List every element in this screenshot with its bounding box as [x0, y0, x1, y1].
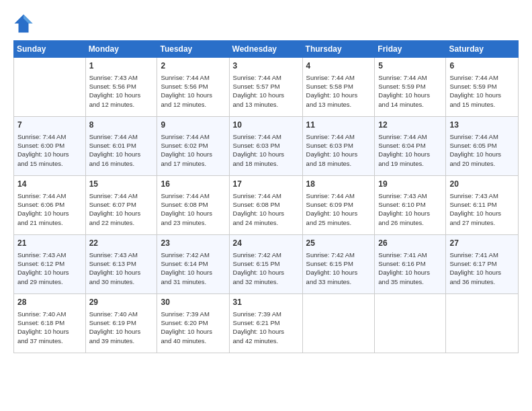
weekday-header-row: SundayMondayTuesdayWednesdayThursdayFrid… [14, 41, 519, 58]
day-number: 13 [449, 120, 515, 131]
weekday-header-monday: Monday [85, 41, 157, 58]
day-number: 22 [89, 238, 154, 249]
day-detail: Sunrise: 7:44 AM Sunset: 6:03 PM Dayligh… [306, 132, 371, 168]
calendar-cell: 4Sunrise: 7:44 AM Sunset: 5:58 PM Daylig… [302, 58, 375, 117]
weekday-header-thursday: Thursday [302, 41, 375, 58]
calendar-cell: 15Sunrise: 7:44 AM Sunset: 6:07 PM Dayli… [85, 176, 157, 235]
calendar-cell: 3Sunrise: 7:44 AM Sunset: 5:57 PM Daylig… [229, 58, 302, 117]
day-detail: Sunrise: 7:44 AM Sunset: 6:08 PM Dayligh… [233, 191, 299, 227]
day-detail: Sunrise: 7:44 AM Sunset: 6:00 PM Dayligh… [17, 132, 82, 168]
calendar-cell [375, 294, 446, 353]
day-number: 25 [306, 238, 371, 249]
day-detail: Sunrise: 7:40 AM Sunset: 6:19 PM Dayligh… [89, 310, 154, 345]
day-detail: Sunrise: 7:43 AM Sunset: 6:11 PM Dayligh… [449, 191, 515, 227]
day-detail: Sunrise: 7:42 AM Sunset: 6:15 PM Dayligh… [306, 250, 371, 286]
day-detail: Sunrise: 7:43 AM Sunset: 5:56 PM Dayligh… [89, 73, 154, 109]
calendar-cell: 13Sunrise: 7:44 AM Sunset: 6:05 PM Dayli… [446, 117, 519, 176]
week-row-4: 21Sunrise: 7:43 AM Sunset: 6:12 PM Dayli… [14, 235, 519, 294]
calendar-cell: 1Sunrise: 7:43 AM Sunset: 5:56 PM Daylig… [85, 58, 157, 117]
day-number: 11 [306, 120, 371, 131]
day-number: 15 [89, 179, 154, 190]
day-detail: Sunrise: 7:44 AM Sunset: 5:56 PM Dayligh… [161, 73, 225, 109]
day-number: 29 [89, 297, 154, 308]
calendar-cell: 20Sunrise: 7:43 AM Sunset: 6:11 PM Dayli… [446, 176, 519, 235]
weekday-header-saturday: Saturday [446, 41, 519, 58]
header [13, 11, 519, 34]
weekday-header-friday: Friday [375, 41, 446, 58]
calendar-cell: 6Sunrise: 7:44 AM Sunset: 5:59 PM Daylig… [446, 58, 519, 117]
calendar-cell: 5Sunrise: 7:44 AM Sunset: 5:59 PM Daylig… [375, 58, 446, 117]
day-number: 14 [17, 179, 82, 190]
calendar-cell: 24Sunrise: 7:42 AM Sunset: 6:15 PM Dayli… [229, 235, 302, 294]
day-number: 6 [449, 60, 515, 72]
calendar-table: SundayMondayTuesdayWednesdayThursdayFrid… [13, 40, 519, 353]
day-number: 3 [233, 60, 299, 72]
day-detail: Sunrise: 7:44 AM Sunset: 5:58 PM Dayligh… [306, 73, 371, 109]
day-number: 17 [233, 179, 299, 190]
day-number: 12 [378, 120, 442, 131]
calendar-cell: 29Sunrise: 7:40 AM Sunset: 6:19 PM Dayli… [85, 294, 157, 353]
day-detail: Sunrise: 7:44 AM Sunset: 6:02 PM Dayligh… [161, 132, 225, 168]
calendar-cell: 7Sunrise: 7:44 AM Sunset: 6:00 PM Daylig… [14, 117, 86, 176]
day-number: 1 [89, 60, 154, 72]
day-detail: Sunrise: 7:43 AM Sunset: 6:12 PM Dayligh… [17, 250, 82, 286]
calendar-cell: 22Sunrise: 7:43 AM Sunset: 6:13 PM Dayli… [85, 235, 157, 294]
day-number: 23 [161, 238, 225, 249]
week-row-3: 14Sunrise: 7:44 AM Sunset: 6:06 PM Dayli… [14, 176, 519, 235]
day-detail: Sunrise: 7:41 AM Sunset: 6:17 PM Dayligh… [449, 250, 515, 286]
day-detail: Sunrise: 7:44 AM Sunset: 6:06 PM Dayligh… [17, 191, 82, 227]
calendar-cell: 12Sunrise: 7:44 AM Sunset: 6:04 PM Dayli… [375, 117, 446, 176]
day-number: 7 [17, 120, 82, 131]
calendar-cell: 31Sunrise: 7:39 AM Sunset: 6:21 PM Dayli… [229, 294, 302, 353]
calendar-cell: 9Sunrise: 7:44 AM Sunset: 6:02 PM Daylig… [157, 117, 229, 176]
day-number: 27 [449, 238, 515, 249]
calendar-cell: 8Sunrise: 7:44 AM Sunset: 6:01 PM Daylig… [85, 117, 157, 176]
calendar-cell: 26Sunrise: 7:41 AM Sunset: 6:16 PM Dayli… [375, 235, 446, 294]
week-row-1: 1Sunrise: 7:43 AM Sunset: 5:56 PM Daylig… [14, 58, 519, 117]
calendar-cell: 27Sunrise: 7:41 AM Sunset: 6:17 PM Dayli… [446, 235, 519, 294]
calendar-cell: 10Sunrise: 7:44 AM Sunset: 6:03 PM Dayli… [229, 117, 302, 176]
day-detail: Sunrise: 7:39 AM Sunset: 6:20 PM Dayligh… [161, 310, 225, 345]
day-detail: Sunrise: 7:44 AM Sunset: 5:57 PM Dayligh… [233, 73, 299, 109]
day-detail: Sunrise: 7:44 AM Sunset: 5:59 PM Dayligh… [449, 73, 515, 109]
day-detail: Sunrise: 7:43 AM Sunset: 6:13 PM Dayligh… [89, 250, 154, 286]
day-number: 2 [161, 60, 225, 72]
day-number: 19 [378, 179, 442, 190]
day-detail: Sunrise: 7:42 AM Sunset: 6:14 PM Dayligh… [161, 250, 225, 286]
weekday-header-tuesday: Tuesday [157, 41, 229, 58]
day-number: 18 [306, 179, 371, 190]
day-detail: Sunrise: 7:44 AM Sunset: 6:05 PM Dayligh… [449, 132, 515, 168]
weekday-header-sunday: Sunday [14, 41, 86, 58]
calendar-cell [446, 294, 519, 353]
day-number: 5 [378, 60, 442, 72]
calendar-cell: 30Sunrise: 7:39 AM Sunset: 6:20 PM Dayli… [157, 294, 229, 353]
day-number: 26 [378, 238, 442, 249]
calendar-cell: 25Sunrise: 7:42 AM Sunset: 6:15 PM Dayli… [302, 235, 375, 294]
day-number: 10 [233, 120, 299, 131]
day-detail: Sunrise: 7:44 AM Sunset: 5:59 PM Dayligh… [378, 73, 442, 109]
day-number: 24 [233, 238, 299, 249]
day-detail: Sunrise: 7:44 AM Sunset: 6:04 PM Dayligh… [378, 132, 442, 168]
week-row-2: 7Sunrise: 7:44 AM Sunset: 6:00 PM Daylig… [14, 117, 519, 176]
calendar-cell: 11Sunrise: 7:44 AM Sunset: 6:03 PM Dayli… [302, 117, 375, 176]
day-detail: Sunrise: 7:43 AM Sunset: 6:10 PM Dayligh… [378, 191, 442, 227]
calendar-cell: 18Sunrise: 7:44 AM Sunset: 6:09 PM Dayli… [302, 176, 375, 235]
day-number: 20 [449, 179, 515, 190]
day-detail: Sunrise: 7:44 AM Sunset: 6:07 PM Dayligh… [89, 191, 154, 227]
calendar-cell [302, 294, 375, 353]
day-number: 28 [17, 297, 82, 308]
calendar-cell: 19Sunrise: 7:43 AM Sunset: 6:10 PM Dayli… [375, 176, 446, 235]
logo [13, 13, 36, 34]
day-number: 31 [233, 297, 299, 308]
calendar-cell: 17Sunrise: 7:44 AM Sunset: 6:08 PM Dayli… [229, 176, 302, 235]
week-row-5: 28Sunrise: 7:40 AM Sunset: 6:18 PM Dayli… [14, 294, 519, 353]
day-detail: Sunrise: 7:44 AM Sunset: 6:08 PM Dayligh… [161, 191, 225, 227]
calendar-cell: 14Sunrise: 7:44 AM Sunset: 6:06 PM Dayli… [14, 176, 86, 235]
page: SundayMondayTuesdayWednesdayThursdayFrid… [0, 0, 532, 411]
day-detail: Sunrise: 7:41 AM Sunset: 6:16 PM Dayligh… [378, 250, 442, 286]
day-detail: Sunrise: 7:44 AM Sunset: 6:09 PM Dayligh… [306, 191, 371, 227]
logo-icon [13, 13, 34, 34]
calendar-cell: 28Sunrise: 7:40 AM Sunset: 6:18 PM Dayli… [14, 294, 86, 353]
day-number: 9 [161, 120, 225, 131]
day-number: 30 [161, 297, 225, 308]
